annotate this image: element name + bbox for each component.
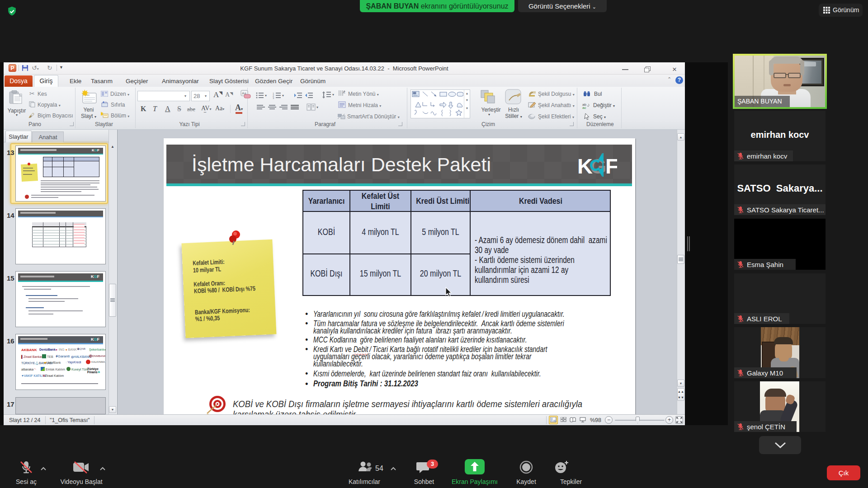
svg-text:ac: ac xyxy=(582,106,586,109)
svg-text:F: F xyxy=(605,154,617,178)
svg-text:G: G xyxy=(590,154,607,178)
svg-text:A: A xyxy=(343,90,345,94)
svg-text:3: 3 xyxy=(273,97,274,99)
